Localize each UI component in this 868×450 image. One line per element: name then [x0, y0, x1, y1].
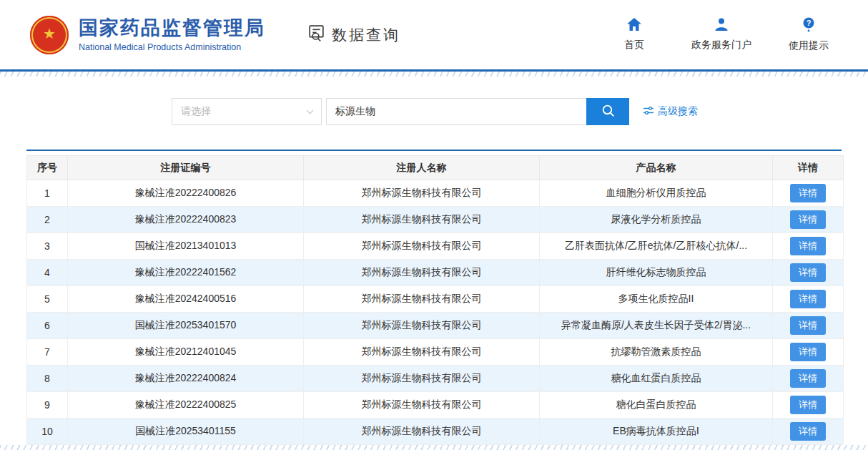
results-table: 序号 注册证编号 注册人名称 产品名称 详情 1 豫械注准20222400826…: [26, 155, 844, 445]
nav-home-label: 首页: [624, 39, 644, 52]
row-index: 6: [27, 313, 68, 339]
table-row: 1 豫械注准20222400826 郑州标源生物科技有限公司 血细胞分析仪用质控…: [27, 180, 844, 207]
user-icon: [714, 17, 729, 34]
registrant-name: 郑州标源生物科技有限公司: [304, 260, 540, 286]
detail-button[interactable]: 详情: [790, 237, 826, 255]
table-row: 4 豫械注准20222401562 郑州标源生物科技有限公司 肝纤维化标志物质控…: [27, 260, 844, 286]
cert-number: 国械注准20253401155: [68, 419, 304, 445]
cert-number: 豫械注准20222401562: [68, 260, 304, 286]
category-select[interactable]: 请选择: [172, 98, 322, 125]
row-index: 2: [27, 207, 68, 233]
svg-text:?: ?: [807, 19, 812, 27]
section-title-label: 数据查询: [332, 25, 400, 45]
product-name: 血细胞分析仪用质控品: [540, 180, 773, 207]
row-index: 5: [27, 286, 68, 313]
national-emblem-logo: ★: [30, 16, 69, 54]
search-bar: 请选择 高级搜索: [172, 98, 868, 125]
org-name-en: National Medical Products Administration: [79, 42, 265, 52]
product-name: 肝纤维化标志物质控品: [540, 260, 773, 286]
nav-item-usage-tips[interactable]: ? 使用提示: [789, 17, 829, 52]
row-index: 3: [27, 233, 68, 260]
registrant-name: 郑州标源生物科技有限公司: [304, 366, 540, 392]
cert-number: 国械注准20253401570: [68, 313, 304, 339]
col-header-registrant: 注册人名称: [304, 156, 540, 180]
table-row: 8 豫械注准20222400824 郑州标源生物科技有限公司 糖化血红蛋白质控品…: [27, 366, 844, 392]
cert-number: 豫械注准20242400516: [68, 286, 304, 313]
detail-button[interactable]: 详情: [790, 263, 826, 282]
product-name: 尿液化学分析质控品: [540, 207, 773, 233]
product-name: 糖化血红蛋白质控品: [540, 366, 773, 392]
cert-number: 豫械注准20212401045: [68, 339, 304, 366]
detail-button[interactable]: 详情: [790, 184, 826, 202]
data-query-icon: [307, 24, 326, 47]
nav-usage-tips-label: 使用提示: [789, 39, 829, 52]
detail-button[interactable]: 详情: [790, 422, 826, 441]
col-header-index: 序号: [27, 156, 68, 180]
detail-button[interactable]: 详情: [790, 369, 826, 388]
detail-button[interactable]: 详情: [790, 396, 826, 414]
product-name: EB病毒抗体质控品Ⅰ: [540, 419, 773, 445]
search-input[interactable]: [326, 98, 586, 125]
registrant-name: 郑州标源生物科技有限公司: [304, 392, 540, 419]
table-header-row: 序号 注册证编号 注册人名称 产品名称 详情: [27, 156, 844, 180]
product-name: 抗缪勒管激素质控品: [540, 339, 773, 366]
row-index: 1: [27, 180, 68, 207]
product-name: 糖化白蛋白质控品: [540, 392, 773, 419]
search-button[interactable]: [586, 98, 629, 125]
col-header-cert-number: 注册证编号: [68, 156, 304, 180]
detail-button[interactable]: 详情: [790, 290, 826, 308]
product-name: 多项生化质控品II: [540, 286, 773, 313]
home-icon: [626, 17, 642, 34]
product-name: 异常凝血酶原/人表皮生长因子受体2/胃泌...: [540, 313, 773, 339]
cert-number: 豫械注准20222400826: [68, 180, 304, 207]
cert-number: 豫械注准20222400825: [68, 392, 304, 419]
registrant-name: 郑州标源生物科技有限公司: [304, 419, 540, 445]
registrant-name: 郑州标源生物科技有限公司: [304, 313, 540, 339]
row-index: 7: [27, 339, 68, 366]
category-select-placeholder: 请选择: [181, 105, 211, 118]
table-row: 3 国械注准20213401013 郑州标源生物科技有限公司 乙肝表面抗体/乙肝…: [27, 233, 844, 260]
registrant-name: 郑州标源生物科技有限公司: [304, 339, 540, 366]
registrant-name: 郑州标源生物科技有限公司: [304, 233, 540, 260]
row-index: 8: [27, 366, 68, 392]
page-header: ★ 国家药品监督管理局 National Medical Products Ad…: [0, 0, 868, 72]
table-row: 5 豫械注准20242400516 郑州标源生物科技有限公司 多项生化质控品II…: [27, 286, 844, 313]
chevron-down-icon: [307, 107, 314, 114]
emblem-star-icon: ★: [43, 26, 56, 41]
decorative-hatch-top: [0, 72, 868, 77]
detail-button[interactable]: 详情: [790, 210, 826, 229]
table-row: 6 国械注准20253401570 郑州标源生物科技有限公司 异常凝血酶原/人表…: [27, 313, 844, 339]
filter-sliders-icon: [643, 106, 654, 117]
cert-number: 豫械注准20222400824: [68, 366, 304, 392]
advanced-search-label: 高级搜索: [658, 105, 698, 118]
table-row: 10 国械注准20253401155 郑州标源生物科技有限公司 EB病毒抗体质控…: [27, 419, 844, 445]
col-header-detail: 详情: [773, 156, 844, 180]
results-table-section: 序号 注册证编号 注册人名称 产品名称 详情 1 豫械注准20222400826…: [26, 150, 842, 445]
table-top-accent-line: [26, 150, 842, 151]
section-title: 数据查询: [307, 24, 400, 47]
registrant-name: 郑州标源生物科技有限公司: [304, 207, 540, 233]
org-names: 国家药品监督管理局 National Medical Products Admi…: [79, 17, 265, 52]
cert-number: 豫械注准20222400823: [68, 207, 304, 233]
advanced-search-link[interactable]: 高级搜索: [643, 105, 698, 118]
table-row: 9 豫械注准20222400825 郑州标源生物科技有限公司 糖化白蛋白质控品 …: [27, 392, 844, 419]
org-name-cn: 国家药品监督管理局: [79, 17, 265, 39]
row-index: 10: [27, 419, 68, 445]
top-nav: 首页 政务服务门户 ? 使用提示: [614, 17, 829, 52]
search-icon: [601, 103, 616, 120]
row-index: 9: [27, 392, 68, 419]
nav-item-home[interactable]: 首页: [614, 17, 654, 52]
help-icon: ?: [802, 17, 816, 35]
table-row: 2 豫械注准20222400823 郑州标源生物科技有限公司 尿液化学分析质控品…: [27, 207, 844, 233]
product-name: 乙肝表面抗体/乙肝e抗体/乙肝核心抗体/...: [540, 233, 773, 260]
cert-number: 国械注准20213401013: [68, 233, 304, 260]
col-header-product: 产品名称: [540, 156, 773, 180]
nav-item-gov-portal[interactable]: 政务服务门户: [691, 17, 751, 52]
registrant-name: 郑州标源生物科技有限公司: [304, 286, 540, 313]
registrant-name: 郑州标源生物科技有限公司: [304, 180, 540, 207]
table-row: 7 豫械注准20212401045 郑州标源生物科技有限公司 抗缪勒管激素质控品…: [27, 339, 844, 366]
detail-button[interactable]: 详情: [790, 316, 826, 335]
decorative-hatch-bottom: [0, 445, 868, 450]
detail-button[interactable]: 详情: [790, 343, 826, 361]
row-index: 4: [27, 260, 68, 286]
